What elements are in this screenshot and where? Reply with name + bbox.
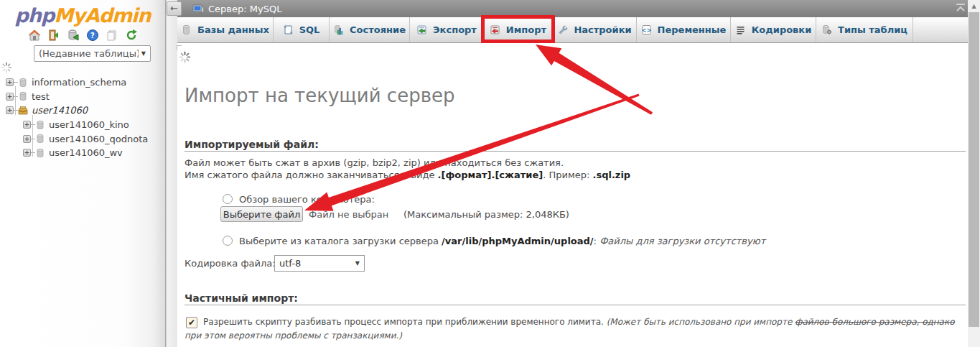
home-icon[interactable] <box>28 29 41 42</box>
partial-import-label[interactable]: Разрешить скрипту разбивать процесс импо… <box>203 317 955 327</box>
partial-import-note: (Может быть использовано при импорте <box>607 317 795 327</box>
database-icon <box>18 78 28 88</box>
database-tree: + information_schema + test + user141060… <box>6 75 162 160</box>
max-size-text: (Максимальный размер: 2,048КБ) <box>403 209 569 220</box>
expand-plus-icon[interactable]: + <box>23 121 31 129</box>
tree-item-label[interactable]: user141060_wv <box>49 147 123 158</box>
refresh-icon[interactable] <box>125 29 138 42</box>
logo-myadmin-text: MyAdmin <box>54 4 150 27</box>
partial-import-text: Разрешить скрипту разбивать процесс импо… <box>203 317 607 327</box>
scroll-up-arrow-icon[interactable]: ▲ <box>968 0 980 12</box>
tree-item-user141060-qodnota[interactable]: + user141060_qodnota <box>6 131 162 146</box>
tab-status[interactable]: Состояние <box>330 17 410 42</box>
tab-label: Состояние <box>350 24 406 35</box>
svg-text:?: ? <box>90 32 95 40</box>
tree-item-label[interactable]: user141060_qodnota <box>49 134 148 144</box>
partial-import-note-struck: файлов большого размера, однако <box>795 317 954 327</box>
nav-collapse-button[interactable]: ← <box>167 1 182 16</box>
tree-item-information-schema[interactable]: + information_schema <box>6 75 162 90</box>
database-icon <box>181 24 192 35</box>
database-icon <box>35 120 45 130</box>
tree-item-label[interactable]: user141060 <box>32 105 88 116</box>
tab-label: Кодировки <box>752 24 812 35</box>
database-gear-icon <box>821 24 832 35</box>
server-monitor-icon <box>192 4 204 14</box>
tab-label: Типы таблиц <box>838 24 907 35</box>
corner-mark <box>177 45 182 50</box>
tab-label: Экспорт <box>433 24 477 35</box>
tab-sql[interactable]: SQL <box>274 17 330 42</box>
tab-variables[interactable]: <> Переменные <box>637 17 731 42</box>
file-naming-example: .sql.zip <box>592 170 630 180</box>
file-naming-format: .[формат].[сжатие] <box>438 170 543 180</box>
logo-php-text: php <box>14 4 54 27</box>
tab-export[interactable]: Экспорт <box>410 17 484 42</box>
nav-loading-spinner-icon <box>1 62 12 73</box>
tab-label: SQL <box>299 24 320 35</box>
phpmyadmin-logo[interactable]: phpMyAdmin <box>0 4 165 27</box>
import-icon <box>490 24 500 35</box>
browse-computer-label[interactable]: Обзор вашего компьютера: <box>239 194 375 205</box>
tab-charsets[interactable]: Кодировки <box>731 17 816 42</box>
export-icon <box>416 24 427 35</box>
collapse-top-icon[interactable] <box>955 3 966 14</box>
file-compress-hint: Файл может быть сжат в архив (gzip, bzip… <box>185 157 564 168</box>
arrow-to-import-tab <box>536 45 653 115</box>
open-database-box-icon <box>18 106 28 116</box>
logout-icon[interactable] <box>47 29 60 42</box>
docs-icon[interactable] <box>106 29 118 42</box>
file-naming-middle: . Пример: <box>543 170 592 180</box>
phpmyadmin-window: phpMyAdmin ? (Недавние таблицы) ... <box>0 0 980 347</box>
nav-icon-toolbar: ? <box>0 29 165 42</box>
recent-tables-select[interactable]: (Недавние таблицы) ... ▼ <box>34 45 151 62</box>
tree-guide-line <box>32 115 33 157</box>
browse-computer-radio[interactable] <box>223 194 233 204</box>
file-naming-hint: Имя сжатого файла должно заканчиваться в… <box>185 170 630 180</box>
variables-icon: <> <box>641 24 652 35</box>
collapse-plus-icon[interactable]: + <box>6 106 14 114</box>
tab-import[interactable]: Импорт <box>484 17 553 42</box>
list-lines-icon <box>735 24 746 35</box>
tree-item-label[interactable]: user141060_kino <box>49 119 129 130</box>
server-upload-prefix: Выберите из каталога загрузки сервера <box>239 236 442 246</box>
svg-text:<>: <> <box>641 27 651 34</box>
scrollbar-thumb[interactable] <box>969 12 979 327</box>
section-divider <box>185 305 966 305</box>
tree-item-label[interactable]: test <box>32 91 50 102</box>
tree-item-test[interactable]: + test <box>6 90 162 104</box>
server-tab-bar: Базы данных SQL Состояние Экспорт Импорт… <box>177 17 968 43</box>
wrench-icon <box>557 24 568 35</box>
expand-plus-icon[interactable]: + <box>23 149 31 157</box>
tab-settings[interactable]: Настройки <box>553 17 637 42</box>
charset-select[interactable]: utf-8 ▼ <box>274 255 365 272</box>
navigation-panel: phpMyAdmin ? (Недавние таблицы) ... <box>0 0 165 347</box>
partial-import-section-header: Частичный импорт: <box>185 292 298 304</box>
server-upload-radio[interactable] <box>223 236 233 246</box>
panel-separator[interactable] <box>165 0 177 347</box>
server-breadcrumb[interactable]: Сервер: MySQL <box>192 4 281 14</box>
expand-plus-icon[interactable]: + <box>6 78 14 86</box>
tree-guide-line <box>15 86 16 115</box>
database-icon <box>35 148 45 158</box>
expand-plus-icon[interactable]: + <box>6 93 14 101</box>
partial-import-checkbox[interactable]: ✔ <box>186 317 197 328</box>
tree-item-user141060-wv[interactable]: + user141060_wv <box>6 146 162 160</box>
tab-databases[interactable]: Базы данных <box>177 17 274 42</box>
section-divider <box>185 151 966 152</box>
server-upload-empty-note: Файлы для загрузки отсутствуют <box>599 236 765 246</box>
import-file-section-header: Импортируемый файл: <box>185 139 319 150</box>
sql-query-icon[interactable] <box>67 29 80 42</box>
tree-item-user141060[interactable]: + user141060 <box>6 103 162 118</box>
help-icon[interactable]: ? <box>86 29 99 42</box>
server-upload-label[interactable]: Выберите из каталога загрузки сервера /v… <box>239 236 765 246</box>
tab-label: Настройки <box>574 24 631 35</box>
tab-engines[interactable]: Типы таблиц <box>816 17 913 42</box>
expand-plus-icon[interactable]: + <box>23 135 31 143</box>
charset-label: Кодировка файла: <box>185 258 276 269</box>
tree-item-label[interactable]: information_schema <box>32 77 126 88</box>
tree-item-user141060-kino[interactable]: + user141060_kino <box>6 118 162 132</box>
server-title-text: Сервер: MySQL <box>208 4 281 14</box>
database-icon <box>35 134 45 144</box>
choose-file-button[interactable]: Выберите файл <box>220 206 303 222</box>
dropdown-arrow-icon: ▼ <box>355 260 360 267</box>
